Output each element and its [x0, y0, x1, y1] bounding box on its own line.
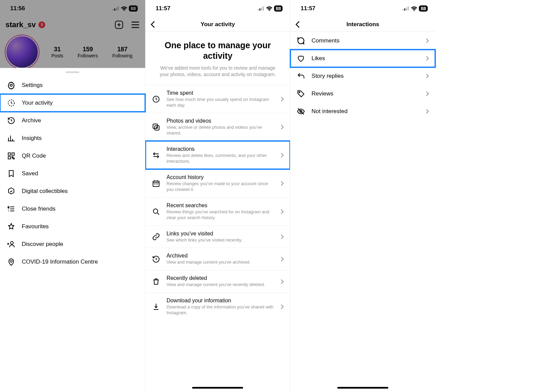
svg-point-10	[11, 242, 13, 244]
hero-subtitle: We've added more tools for you to review…	[146, 65, 290, 85]
menu-label: Settings	[22, 82, 42, 89]
activity-links-visited[interactable]: Links you've visitedSee which links you'…	[146, 226, 290, 248]
bookmark-icon	[7, 170, 16, 178]
download-icon	[152, 303, 160, 311]
battery-level-icon: 88	[274, 5, 283, 12]
heart-location-icon	[7, 258, 16, 266]
svg-point-19	[153, 209, 158, 213]
interaction-likes[interactable]: Likes	[290, 50, 435, 67]
menu-label: Saved	[22, 170, 38, 177]
create-post-icon[interactable]	[115, 20, 123, 29]
activity-recently-deleted[interactable]: Recently deletedView and manage content …	[146, 270, 290, 292]
svg-rect-1	[114, 8, 115, 11]
interaction-not-interested[interactable]: Not interested	[290, 103, 435, 120]
cellular-signal-icon	[258, 6, 265, 11]
chevron-right-icon	[280, 304, 284, 309]
svg-rect-21	[404, 8, 405, 11]
svg-point-25	[299, 92, 300, 93]
back-button[interactable]	[295, 21, 300, 28]
menu-your-activity[interactable]: Your activity	[0, 94, 145, 112]
menu-covid-info[interactable]: COVID-19 Information Centre	[0, 253, 145, 271]
hero-title: One place to manage your activity	[146, 32, 290, 65]
menu-settings[interactable]: Settings	[0, 76, 145, 94]
battery-level-icon: 88	[419, 5, 428, 12]
menu-qr-code[interactable]: QR Code	[0, 147, 145, 165]
status-time: 11:57	[301, 5, 315, 12]
eye-slash-icon	[296, 107, 305, 115]
chevron-right-icon	[426, 56, 429, 61]
menu-discover-people[interactable]: Discover people	[0, 235, 145, 253]
calendar-icon	[152, 179, 160, 188]
archive-clock-icon	[152, 255, 160, 263]
battery-level-icon: 88	[129, 5, 138, 12]
link-icon	[152, 233, 160, 241]
activity-clock-icon	[7, 99, 16, 107]
menu-label: QR Code	[22, 153, 46, 159]
menu-label: Discover people	[22, 241, 63, 248]
svg-rect-13	[261, 7, 262, 11]
profile-avatar[interactable]	[5, 35, 39, 69]
activity-time-spent[interactable]: Time spentSee how much time you usually …	[146, 85, 290, 113]
svg-rect-3	[118, 6, 119, 11]
menu-archive[interactable]: Archive	[0, 112, 145, 129]
photos-videos-icon	[152, 123, 160, 131]
menu-digital-collectibles[interactable]: Digital collectibles	[0, 182, 145, 200]
chevron-right-icon	[280, 279, 284, 284]
svg-rect-8	[12, 153, 14, 155]
hamburger-menu-icon[interactable]	[131, 21, 140, 28]
svg-point-5	[10, 84, 12, 86]
nav-title: Your activity	[201, 21, 235, 28]
menu-label: Insights	[22, 135, 42, 142]
qr-code-icon	[7, 152, 16, 160]
back-button[interactable]	[150, 21, 155, 28]
cellular-signal-icon	[403, 6, 409, 11]
svg-rect-22	[406, 7, 407, 11]
activity-archived[interactable]: ArchivedView and manage content you've a…	[146, 248, 290, 270]
activity-account-history[interactable]: Account historyReview changes you've mad…	[146, 169, 290, 197]
menu-favourites[interactable]: Favourites	[0, 218, 145, 235]
status-bar: 11:57 88	[146, 0, 290, 17]
activity-download-info[interactable]: Download your informationDownload a copy…	[146, 292, 290, 321]
svg-rect-7	[8, 153, 11, 155]
home-indicator	[192, 387, 243, 389]
chevron-right-icon	[280, 153, 284, 158]
followers-stat[interactable]: 159 Followers	[78, 46, 98, 58]
trash-icon	[152, 278, 160, 286]
heart-icon	[296, 54, 305, 63]
chevron-right-icon	[426, 73, 429, 79]
activity-recent-searches[interactable]: Recent searchesReview things you've sear…	[146, 197, 290, 226]
status-time: 11:56	[10, 5, 25, 12]
wifi-icon	[266, 6, 272, 11]
menu-insights[interactable]: Insights	[0, 129, 145, 147]
menu-label: Archive	[22, 117, 41, 124]
menu-close-friends[interactable]: Close friends	[0, 200, 145, 218]
svg-rect-23	[408, 6, 409, 11]
chevron-right-icon	[280, 234, 284, 239]
posts-stat[interactable]: 31 Posts	[51, 46, 63, 58]
activity-photos-videos[interactable]: Photos and videosView, archive or delete…	[146, 113, 290, 141]
menu-saved[interactable]: Saved	[0, 165, 145, 182]
interaction-story-replies[interactable]: Story replies	[290, 67, 435, 85]
activity-interactions[interactable]: InteractionsReview and delete likes, com…	[146, 141, 290, 169]
interaction-comments[interactable]: Comments	[290, 32, 435, 50]
chevron-right-icon	[280, 256, 284, 262]
nav-title: Interactions	[346, 21, 379, 28]
svg-rect-2	[116, 7, 117, 11]
profile-username[interactable]: stark_sv	[5, 20, 36, 29]
bottom-sheet: Settings Your activity Archive Insights …	[0, 68, 145, 392]
chevron-right-icon	[426, 38, 429, 43]
nav-header: Interactions	[290, 17, 435, 32]
sheet-handle-icon[interactable]	[66, 71, 79, 73]
following-stat[interactable]: 187 Following	[112, 46, 132, 58]
interaction-reviews[interactable]: Reviews	[290, 85, 435, 103]
gear-icon	[7, 81, 16, 89]
menu-label: Your activity	[22, 100, 53, 106]
chevron-right-icon	[280, 96, 284, 102]
home-indicator	[337, 387, 388, 389]
hexagon-check-icon	[7, 187, 16, 195]
wifi-icon	[411, 6, 417, 11]
menu-label: COVID-19 Information Centre	[22, 259, 98, 265]
svg-rect-11	[258, 9, 259, 11]
bar-chart-icon	[7, 134, 16, 142]
cellular-signal-icon	[113, 6, 119, 11]
